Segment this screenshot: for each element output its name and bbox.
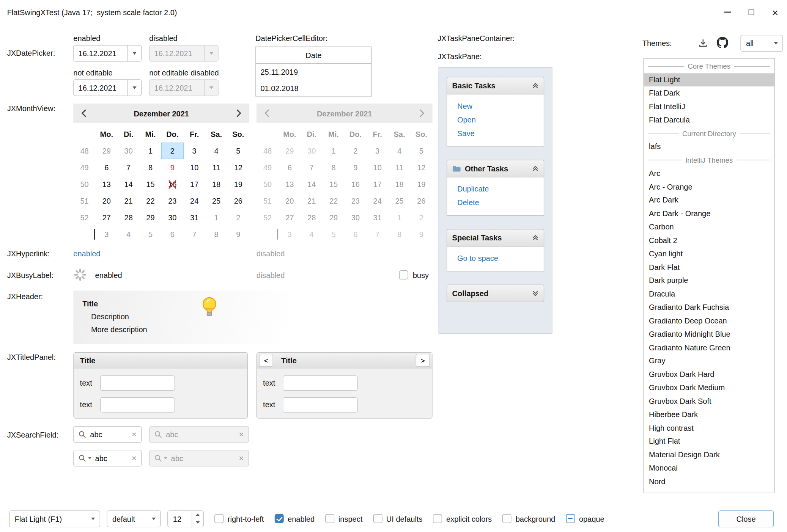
text-input[interactable] [283, 375, 357, 391]
maximize-button[interactable] [740, 0, 763, 24]
theme-list-item[interactable]: Arc - Orange [644, 180, 774, 193]
close-button[interactable]: Close [718, 510, 774, 527]
font-size-spinner[interactable]: 12 [167, 510, 204, 527]
theme-list-item[interactable]: Flat Dark [644, 86, 774, 100]
expand-icon[interactable] [532, 290, 538, 297]
checkbox-right-to-left[interactable]: right-to-left [214, 514, 264, 523]
theme-list-item[interactable]: Gruvbox Dark Medium [644, 381, 774, 394]
theme-list-item[interactable]: Dracula [644, 287, 774, 301]
calendar-day[interactable]: 5 [227, 143, 249, 159]
previous-month-button[interactable] [82, 109, 87, 117]
taskpane-header[interactable]: Basic Tasks [447, 77, 544, 95]
theme-list-item[interactable]: Nord [644, 475, 774, 488]
calendar-day[interactable]: 3 [96, 226, 118, 243]
taskpane-header[interactable]: Other Tasks [447, 160, 544, 177]
taskpane-header[interactable]: Collapsed [447, 284, 544, 302]
theme-list-item[interactable]: Material Design Dark [644, 448, 774, 461]
theme-list-item[interactable]: Gruvbox Dark Hard [644, 368, 774, 381]
checkbox-box[interactable] [566, 514, 575, 523]
calendar-day[interactable]: 27 [96, 209, 118, 226]
theme-list-item[interactable]: Gray [644, 354, 774, 367]
github-button[interactable] [716, 36, 729, 49]
calendar-day[interactable]: 30 [118, 143, 140, 159]
checkbox-enabled[interactable]: enabled [274, 514, 315, 523]
calendar-day[interactable]: 18 [205, 176, 227, 193]
checkbox-inspect[interactable]: inspect [325, 514, 362, 523]
taskpane-link[interactable]: New [457, 99, 544, 113]
datepicker-not-editable[interactable]: 16.12.2021 [73, 79, 142, 96]
theme-list-item[interactable]: Gradianto Dark Fuchsia [644, 301, 774, 314]
collapse-icon[interactable] [532, 82, 538, 89]
search-field-enabled[interactable]: abc × [73, 426, 142, 443]
calendar-day[interactable]: 5 [140, 226, 162, 243]
theme-list-item[interactable]: Hiberbee Dark [644, 408, 774, 421]
calendar-day[interactable]: 8 [140, 159, 162, 176]
spinner-up-button[interactable] [192, 511, 203, 519]
calendar-day[interactable]: 12 [227, 159, 249, 176]
collapse-icon[interactable] [532, 234, 538, 241]
calendar-day[interactable]: 4 [205, 143, 227, 159]
theme-list-item[interactable]: High contrast [644, 421, 774, 435]
next-month-button[interactable] [236, 109, 241, 117]
text-input[interactable] [283, 397, 357, 413]
theme-list-item[interactable]: Cyan light [644, 247, 774, 261]
calendar-day[interactable]: 4 [118, 226, 140, 243]
search-input-value[interactable]: abc [95, 454, 128, 463]
taskpane-link[interactable]: Save [457, 126, 544, 140]
calendar-day[interactable]: 31 [183, 209, 205, 226]
minimize-button[interactable] [716, 0, 740, 24]
calendar-day[interactable]: 8 [205, 226, 227, 243]
calendar-day[interactable]: 1 [205, 209, 227, 226]
calendar-day[interactable]: 28 [118, 209, 140, 226]
calendar-day[interactable]: 16 [161, 176, 183, 193]
checkbox-ui-defaults[interactable]: UI defaults [373, 514, 422, 523]
taskpane-header[interactable]: Special Tasks [447, 229, 544, 247]
calendar-day[interactable]: 30 [161, 209, 183, 226]
style-combobox[interactable]: default [107, 510, 161, 527]
theme-list-item[interactable]: Gradianto Deep Ocean [644, 314, 774, 327]
checkbox-box[interactable] [433, 514, 442, 523]
calendar-day[interactable]: 17 [183, 176, 205, 193]
theme-list-item[interactable]: Dark Flat [644, 261, 774, 274]
checkbox-box[interactable] [373, 514, 382, 523]
taskpane-link[interactable]: Duplicate [457, 182, 544, 196]
search-field-with-menu[interactable]: abc × [73, 450, 142, 466]
theme-list-item[interactable]: Arc Dark - Orange [644, 207, 774, 220]
theme-list-item[interactable]: Gruvbox Dark Soft [644, 394, 774, 408]
calendar-day[interactable]: 9 [161, 159, 183, 176]
theme-list-item[interactable]: Monocai [644, 461, 774, 475]
calendar-day[interactable]: 24 [183, 193, 205, 209]
theme-list-item[interactable]: Dark purple [644, 274, 774, 287]
calendar-day[interactable]: 11 [205, 159, 227, 176]
calendar-day[interactable]: 2 [227, 209, 249, 226]
date-table-row[interactable]: 25.11.2019 [256, 64, 371, 80]
theme-list-item[interactable]: Flat Light [644, 73, 774, 86]
spinner-down-button[interactable] [192, 519, 203, 527]
taskpane-link[interactable]: Go to space [457, 251, 544, 265]
theme-list-item[interactable]: Arc [644, 167, 774, 180]
titled-panel-left-button[interactable]: < [259, 354, 273, 367]
themes-filter-combobox[interactable]: all [740, 35, 783, 52]
datepicker-dropdown-button[interactable] [127, 46, 141, 61]
calendar-day[interactable]: 15 [140, 176, 162, 193]
calendar-day[interactable]: 7 [183, 226, 205, 243]
calendar-day[interactable]: 29 [96, 143, 118, 159]
calendar-day[interactable]: 22 [140, 193, 162, 209]
checkbox-explicit-colors[interactable]: explicit colors [433, 514, 492, 523]
checkbox-background[interactable]: background [502, 514, 555, 523]
clear-icon[interactable]: × [132, 454, 137, 463]
calendar-day[interactable]: 10 [183, 159, 205, 176]
text-input[interactable] [100, 375, 175, 391]
calendar-day[interactable]: 26 [227, 193, 249, 209]
busy-checkbox[interactable] [399, 270, 408, 279]
taskpane-link[interactable]: Open [457, 113, 544, 126]
calendar-day[interactable]: 23 [161, 193, 183, 209]
collapse-icon[interactable] [532, 165, 538, 172]
theme-list-item[interactable]: Gradianto Midnight Blue [644, 328, 774, 341]
calendar-day[interactable]: 29 [140, 209, 162, 226]
theme-list-item[interactable]: Carbon [644, 220, 774, 234]
calendar-day[interactable]: 25 [205, 193, 227, 209]
calendar-day[interactable]: 19 [227, 176, 249, 193]
datepicker-dropdown-button[interactable] [127, 80, 141, 96]
calendar-day[interactable]: 6 [96, 159, 118, 176]
